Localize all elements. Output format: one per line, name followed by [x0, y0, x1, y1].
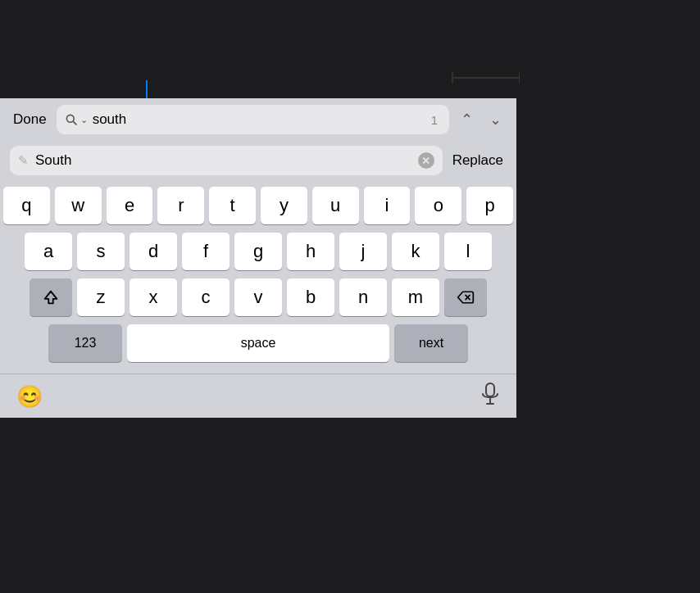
- replace-button[interactable]: Replace: [449, 152, 507, 169]
- search-input-value[interactable]: south: [93, 111, 426, 128]
- backspace-icon: [457, 290, 475, 305]
- key-x[interactable]: x: [130, 278, 177, 316]
- done-button[interactable]: Done: [10, 111, 50, 128]
- key-z[interactable]: z: [77, 278, 125, 316]
- key-o[interactable]: o: [415, 187, 461, 224]
- key-t[interactable]: t: [209, 187, 256, 224]
- key-a[interactable]: a: [25, 233, 72, 270]
- match-count-badge: 1: [431, 113, 438, 127]
- search-input-wrapper[interactable]: ⌄ south 1: [57, 105, 449, 134]
- bracket-indicator: [452, 72, 520, 84]
- key-k[interactable]: k: [392, 233, 439, 270]
- key-f[interactable]: f: [182, 233, 230, 270]
- key-row-2: a s d f g h j k l: [3, 233, 513, 270]
- key-c[interactable]: c: [182, 278, 230, 316]
- search-chevron-icon: ⌄: [80, 115, 88, 125]
- prev-match-button[interactable]: ⌃: [456, 111, 478, 129]
- search-bar: Done ⌄ south 1 ⌃ ⌄: [0, 98, 516, 141]
- replace-input-value[interactable]: South: [35, 152, 411, 169]
- keyboard-keys: q w e r t y u i o p a s d f g h j k l: [0, 180, 516, 373]
- key-m[interactable]: m: [392, 278, 439, 316]
- key-l[interactable]: l: [444, 233, 492, 270]
- key-q[interactable]: q: [3, 187, 50, 224]
- search-icon: [65, 113, 78, 126]
- key-h[interactable]: h: [287, 233, 334, 270]
- next-match-button[interactable]: ⌄: [484, 111, 507, 129]
- key-p[interactable]: p: [466, 187, 513, 224]
- next-button[interactable]: next: [394, 324, 468, 362]
- key-d[interactable]: d: [130, 233, 177, 270]
- key-row-3: z x c v b n m: [3, 278, 513, 316]
- shift-button[interactable]: [30, 278, 72, 316]
- search-icon-wrapper: ⌄: [65, 113, 88, 126]
- pencil-icon: ✎: [18, 153, 29, 168]
- svg-point-0: [66, 115, 74, 122]
- key-e[interactable]: e: [107, 187, 153, 224]
- key-y[interactable]: y: [261, 187, 307, 224]
- key-b[interactable]: b: [287, 278, 334, 316]
- key-i[interactable]: i: [364, 187, 411, 224]
- emoji-button[interactable]: 😊: [16, 386, 43, 407]
- key-n[interactable]: n: [339, 278, 387, 316]
- emoji-icon: 😊: [16, 384, 43, 409]
- shift-icon: [42, 288, 60, 306]
- key-v[interactable]: v: [234, 278, 282, 316]
- key-w[interactable]: w: [55, 187, 102, 224]
- backspace-button[interactable]: [444, 278, 487, 316]
- key-row-1: q w e r t y u i o p: [3, 187, 513, 224]
- keyboard-panel: Done ⌄ south 1 ⌃ ⌄ ✎ South ✕ Replace q: [0, 98, 516, 418]
- bottom-bar: 😊: [0, 373, 516, 418]
- key-r[interactable]: r: [157, 187, 204, 224]
- microphone-icon: [480, 383, 500, 407]
- key-row-4: 123 space next: [3, 324, 513, 362]
- microphone-button[interactable]: [480, 383, 500, 410]
- replace-bar: ✎ South ✕ Replace: [0, 141, 516, 180]
- svg-rect-4: [486, 383, 494, 396]
- space-button[interactable]: space: [127, 324, 389, 362]
- numbers-button[interactable]: 123: [48, 324, 122, 362]
- key-g[interactable]: g: [234, 233, 282, 270]
- replace-input-wrapper[interactable]: ✎ South ✕: [10, 146, 443, 175]
- text-cursor: [146, 80, 148, 100]
- clear-replace-button[interactable]: ✕: [418, 152, 434, 169]
- svg-line-1: [73, 121, 76, 124]
- key-j[interactable]: j: [339, 233, 387, 270]
- key-u[interactable]: u: [312, 187, 359, 224]
- key-s[interactable]: s: [77, 233, 125, 270]
